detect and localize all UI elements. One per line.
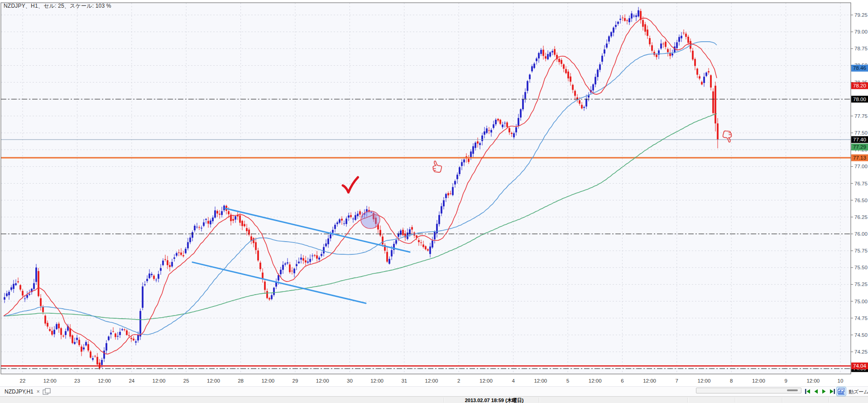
chart-h-scrollbar[interactable] bbox=[696, 388, 801, 393]
candle bbox=[194, 226, 196, 230]
time-axis-label: 6 bbox=[621, 378, 623, 384]
candle bbox=[529, 75, 531, 79]
candle bbox=[62, 336, 64, 337]
price-axis-label: 78.75 bbox=[854, 46, 868, 51]
candle bbox=[273, 288, 275, 295]
time-axis-label: 12:00 bbox=[806, 378, 820, 384]
candle bbox=[549, 52, 551, 56]
candle bbox=[87, 344, 89, 350]
go-last-button[interactable] bbox=[829, 388, 836, 394]
price-chart[interactable]: 79.2579.0078.7578.5078.2578.0077.7577.50… bbox=[0, 0, 868, 386]
time-axis-label: 30 bbox=[347, 378, 353, 384]
status-separator bbox=[782, 398, 783, 403]
time-axis-label: 24 bbox=[129, 378, 134, 384]
candle bbox=[305, 260, 307, 262]
candle bbox=[94, 356, 96, 356]
auto-zoom-label: 自動ズーム bbox=[848, 388, 868, 396]
candle bbox=[511, 133, 513, 134]
candle bbox=[8, 292, 10, 295]
candle bbox=[214, 210, 216, 218]
candle bbox=[78, 340, 80, 345]
candle bbox=[22, 291, 24, 296]
candle bbox=[17, 282, 19, 282]
candle bbox=[167, 260, 168, 265]
candle bbox=[696, 68, 698, 74]
candle bbox=[259, 262, 261, 269]
scrollbar-thumb[interactable] bbox=[787, 389, 798, 391]
status-separator bbox=[687, 398, 688, 403]
time-axis-label: 31 bbox=[401, 378, 407, 384]
candle bbox=[520, 109, 522, 117]
candle bbox=[445, 194, 447, 198]
price-axis-label: 79.25 bbox=[854, 12, 868, 18]
candle bbox=[246, 228, 248, 231]
candle bbox=[595, 77, 596, 85]
candle bbox=[332, 230, 334, 233]
candle bbox=[216, 211, 218, 214]
tab-close-icon[interactable]: × bbox=[37, 389, 40, 394]
candle bbox=[316, 255, 318, 258]
candle bbox=[171, 262, 173, 267]
candle bbox=[411, 227, 413, 230]
candle bbox=[307, 262, 309, 262]
candle bbox=[203, 223, 205, 226]
price-axis-label: 75.00 bbox=[854, 299, 868, 304]
chart-navigation bbox=[804, 388, 836, 394]
price-marker-label: 74.04 bbox=[853, 363, 866, 369]
candle bbox=[74, 342, 76, 344]
candle bbox=[490, 130, 492, 133]
ellipse-annotation[interactable] bbox=[361, 211, 380, 228]
go-first-button[interactable] bbox=[804, 388, 811, 394]
candle bbox=[438, 215, 440, 224]
candle bbox=[542, 50, 544, 56]
candle bbox=[540, 50, 542, 54]
candle bbox=[269, 298, 270, 300]
candle bbox=[119, 332, 121, 335]
candle bbox=[459, 167, 460, 174]
candle bbox=[454, 181, 456, 185]
candle bbox=[585, 99, 587, 107]
auto-zoom-button[interactable] bbox=[836, 387, 846, 396]
price-axis-label: 76.00 bbox=[854, 231, 868, 237]
candle bbox=[198, 227, 200, 228]
candle bbox=[513, 133, 515, 137]
step-back-button[interactable] bbox=[812, 388, 820, 394]
candle bbox=[173, 257, 175, 259]
candle bbox=[522, 99, 524, 109]
candle bbox=[330, 234, 331, 238]
time-axis-label: 12:00 bbox=[698, 378, 711, 384]
candle bbox=[610, 32, 612, 36]
candle bbox=[117, 336, 119, 336]
candle bbox=[196, 227, 198, 227]
step-forward-button[interactable] bbox=[820, 388, 828, 394]
candle bbox=[296, 264, 297, 266]
candle bbox=[572, 85, 574, 90]
candle bbox=[518, 118, 519, 126]
candle bbox=[653, 52, 655, 55]
candle bbox=[359, 211, 361, 214]
candle bbox=[472, 146, 474, 154]
candle bbox=[207, 221, 209, 223]
price-axis-label: 76.25 bbox=[854, 214, 868, 220]
candle bbox=[325, 243, 327, 246]
candle bbox=[287, 262, 288, 263]
candle bbox=[493, 124, 494, 128]
time-axis-label: 12:00 bbox=[752, 378, 765, 384]
tab-nzdjpy-h1[interactable]: NZDJPY,H1 × bbox=[0, 387, 43, 397]
candle bbox=[189, 238, 191, 242]
new-window-icon[interactable] bbox=[43, 388, 52, 395]
chart-info-overlay: NZDJPY、H1、セル: 25、スケール: 103 % bbox=[4, 2, 111, 10]
candle bbox=[524, 92, 526, 99]
candle bbox=[180, 252, 182, 255]
candle bbox=[169, 265, 171, 267]
candle bbox=[289, 264, 291, 272]
candle bbox=[649, 38, 651, 44]
candle bbox=[300, 257, 302, 259]
candle bbox=[327, 238, 329, 244]
candle bbox=[26, 295, 28, 298]
price-axis-label: 77.50 bbox=[854, 130, 868, 136]
candle bbox=[149, 273, 150, 278]
candle bbox=[309, 259, 311, 262]
candle bbox=[631, 14, 633, 19]
price-axis-label: 74.25 bbox=[854, 349, 868, 354]
